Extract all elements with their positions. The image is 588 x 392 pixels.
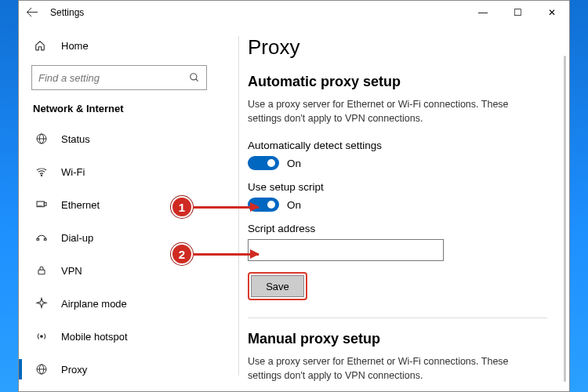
auto-heading: Automatic proxy setup: [248, 74, 547, 90]
scrollbar[interactable]: [564, 56, 566, 382]
script-label: Use setup script: [248, 181, 547, 193]
sidebar-item-label: Ethernet: [61, 199, 100, 211]
hotspot-icon: [34, 330, 49, 343]
window-title: Settings: [50, 7, 84, 18]
script-address-input[interactable]: [248, 239, 444, 261]
desktop-background: 🡠 Settings — ☐ ✕ Home: [0, 0, 588, 392]
sidebar: Home Network & Internet Status: [19, 24, 220, 391]
svg-point-5: [41, 175, 42, 176]
svg-rect-12: [44, 238, 46, 240]
svg-rect-11: [37, 238, 39, 240]
vpn-icon: [34, 264, 49, 277]
sidebar-item-label: VPN: [61, 265, 82, 277]
detect-state: On: [287, 158, 301, 169]
auto-desc: Use a proxy server for Ethernet or Wi-Fi…: [248, 98, 538, 125]
airplane-icon: [34, 297, 49, 310]
main-content: Proxy Automatic proxy setup Use a proxy …: [220, 24, 569, 391]
home-icon: [34, 40, 49, 51]
ethernet-icon: [34, 198, 49, 211]
manual-desc: Use a proxy server for Ethernet or Wi-Fi…: [248, 355, 538, 383]
sidebar-item-label: Mobile hotspot: [61, 331, 128, 343]
search-icon: [189, 72, 200, 83]
settings-window: 🡠 Settings — ☐ ✕ Home: [18, 0, 570, 392]
svg-point-14: [41, 336, 43, 338]
sidebar-item-vpn[interactable]: VPN: [19, 254, 220, 287]
back-button[interactable]: 🡠: [19, 5, 45, 20]
sidebar-item-label: Proxy: [61, 364, 87, 376]
script-state: On: [287, 199, 301, 211]
address-label: Script address: [248, 223, 547, 234]
minimize-button[interactable]: —: [466, 1, 500, 24]
proxy-icon: [34, 363, 49, 376]
detect-toggle[interactable]: [248, 156, 279, 170]
nav-list: Status Wi-Fi Ethernet Dial-up: [19, 122, 220, 386]
status-icon: [34, 132, 49, 145]
svg-point-0: [191, 74, 197, 80]
dialup-icon: [34, 231, 49, 244]
wifi-icon: [34, 165, 49, 178]
script-toggle[interactable]: [248, 198, 279, 212]
save-highlight: Save: [248, 272, 307, 300]
close-button[interactable]: ✕: [535, 1, 569, 24]
sidebar-item-label: Wi-Fi: [61, 166, 85, 178]
section-divider: [248, 318, 547, 318]
sidebar-item-ethernet[interactable]: Ethernet: [19, 188, 220, 221]
vertical-divider: [238, 36, 239, 376]
manual-heading: Manual proxy setup: [248, 331, 547, 347]
search-box[interactable]: [31, 65, 207, 90]
search-input[interactable]: [38, 72, 180, 84]
home-nav[interactable]: Home: [19, 31, 220, 60]
sidebar-item-label: Status: [61, 133, 90, 145]
sidebar-item-status[interactable]: Status: [19, 122, 220, 155]
sidebar-item-label: Airplane mode: [61, 298, 127, 310]
category-heading: Network & Internet: [19, 98, 220, 122]
svg-rect-7: [44, 202, 46, 205]
sidebar-item-label: Dial-up: [61, 232, 93, 244]
sidebar-item-dialup[interactable]: Dial-up: [19, 221, 220, 254]
save-button[interactable]: Save: [251, 275, 304, 297]
svg-rect-13: [38, 270, 45, 274]
titlebar: 🡠 Settings — ☐ ✕: [19, 1, 569, 24]
svg-line-1: [196, 79, 198, 82]
page-title: Proxy: [248, 35, 547, 60]
detect-label: Automatically detect settings: [248, 140, 547, 151]
maximize-button[interactable]: ☐: [500, 1, 535, 24]
sidebar-item-airplane[interactable]: Airplane mode: [19, 287, 220, 320]
sidebar-item-hotspot[interactable]: Mobile hotspot: [19, 320, 220, 353]
home-label: Home: [61, 40, 89, 52]
sidebar-item-wifi[interactable]: Wi-Fi: [19, 155, 220, 188]
sidebar-item-proxy[interactable]: Proxy: [19, 353, 220, 386]
svg-rect-6: [37, 201, 44, 207]
